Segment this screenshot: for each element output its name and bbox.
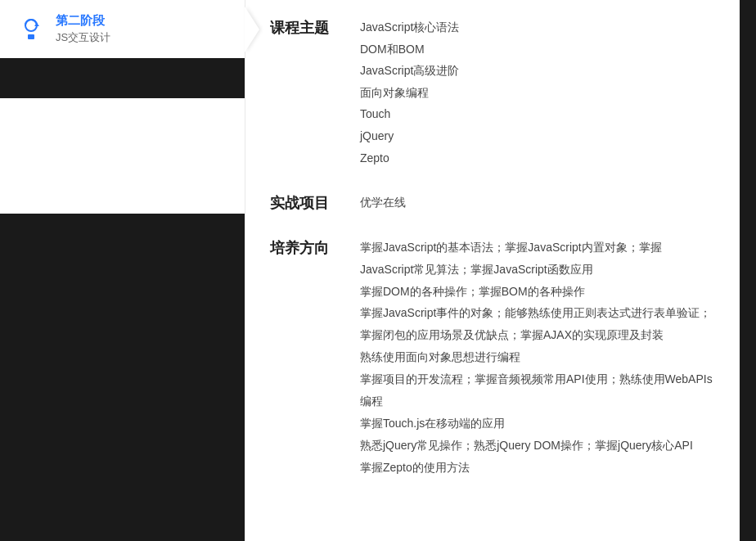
topic-item: jQuery (360, 125, 715, 147)
topic-item: JavaScript高级进阶 (360, 60, 715, 82)
cultivation-section: 培养方向 掌握JavaScript的基本语法；掌握JavaScript内置对象；… (270, 237, 715, 479)
course-topics-label: 课程主题 (270, 16, 335, 38)
course-topics-content: JavaScript核心语法 DOM和BOM JavaScript高级进阶 面向… (360, 16, 715, 169)
main-content: 课程主题 JavaScript核心语法 DOM和BOM JavaScript高级… (245, 0, 740, 541)
topic-item: JavaScript核心语法 (360, 16, 715, 38)
topic-item: Zepto (360, 147, 715, 169)
topic-item-touch: Touch (360, 103, 715, 125)
cultivation-para-2: 掌握DOM的各种操作；掌握BOM的各种操作 (360, 285, 585, 298)
sidebar-arrow (245, 7, 259, 52)
cultivation-para-8: 掌握Zepto的使用方法 (360, 461, 470, 474)
sidebar-item-stage2[interactable]: 第二阶段 JS交互设计 (0, 0, 245, 58)
practical-project-content: 优学在线 (360, 192, 715, 214)
sidebar: 第二阶段 JS交互设计 (0, 0, 245, 541)
svg-marker-1 (34, 23, 39, 26)
cultivation-para-5: 掌握项目的开发流程；掌握音频视频常用API使用；熟练使用WebAPIs编程 (360, 372, 713, 408)
cultivation-content: 掌握JavaScript的基本语法；掌握JavaScript内置对象；掌握Jav… (360, 237, 715, 479)
cultivation-para-3: 掌握JavaScript事件的对象；能够熟练使用正则表达式进行表单验证；掌握闭包… (360, 306, 711, 341)
right-black-bar (740, 0, 756, 541)
topic-item: DOM和BOM (360, 38, 715, 61)
cultivation-para-7: 熟悉jQuery常见操作；熟悉jQuery DOM操作；掌握jQuery核心AP… (360, 439, 693, 452)
stage-icon (16, 15, 46, 44)
topic-item: 面向对象编程 (360, 82, 715, 104)
practical-project-label: 实战项目 (270, 192, 335, 213)
svg-rect-2 (28, 34, 34, 39)
cultivation-label: 培养方向 (270, 237, 335, 258)
practical-project-section: 实战项目 优学在线 (270, 192, 715, 214)
sidebar-stage-subtitle: JS交互设计 (56, 30, 110, 45)
course-topics-section: 课程主题 JavaScript核心语法 DOM和BOM JavaScript高级… (270, 16, 715, 169)
cultivation-para-1: 掌握JavaScript的基本语法；掌握JavaScript内置对象；掌握Jav… (360, 241, 662, 276)
cultivation-para-4: 熟练使用面向对象思想进行编程 (360, 350, 520, 363)
practical-project-value: 优学在线 (360, 196, 406, 209)
cultivation-para-6: 掌握Touch.js在移动端的应用 (360, 417, 505, 430)
sidebar-item-texts: 第二阶段 JS交互设计 (56, 13, 110, 45)
sidebar-stage-title: 第二阶段 (56, 13, 110, 29)
